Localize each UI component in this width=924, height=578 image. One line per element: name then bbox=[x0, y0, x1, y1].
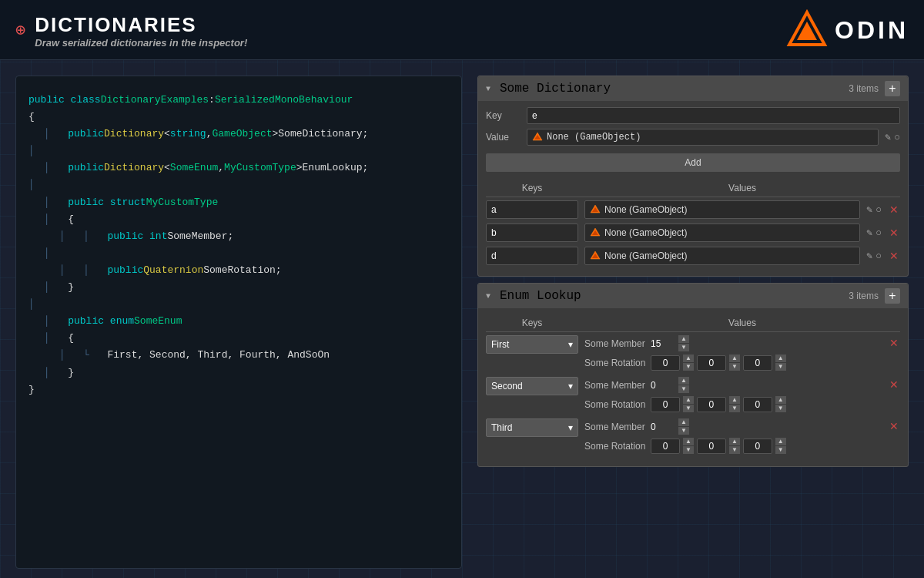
header-left: ⊕ DICTIONARIES Draw serialized dictionar… bbox=[15, 13, 247, 49]
code-line-10: │ bbox=[28, 245, 449, 262]
circle-icon[interactable]: ○ bbox=[894, 132, 900, 143]
page-subtitle: Draw serialized dictionaries in the insp… bbox=[35, 37, 247, 49]
enum-values-third: Some Member 0 ▲ ▼ Some Rotation bbox=[584, 418, 882, 454]
first-member-up[interactable]: ▲ bbox=[678, 335, 689, 343]
second-member-up[interactable]: ▲ bbox=[678, 377, 689, 385]
code-line-13: │ bbox=[28, 296, 449, 313]
code-line-9: │ │ public int SomeMember; bbox=[28, 228, 449, 245]
header: ⊕ DICTIONARIES Draw serialized dictionar… bbox=[0, 0, 924, 60]
pencil-icon-b[interactable]: ✎ bbox=[866, 227, 872, 239]
enum-values-second: Some Member 0 ▲ ▼ Some Rotation bbox=[584, 377, 882, 412]
first-rotz-up[interactable]: ▲ bbox=[775, 355, 786, 362]
delete-a-button[interactable]: ✕ bbox=[888, 202, 900, 217]
value-gameobject-field: None (GameObject) bbox=[527, 129, 879, 146]
second-rot-y[interactable] bbox=[697, 397, 726, 412]
second-rotz-up[interactable]: ▲ bbox=[775, 396, 786, 404]
third-roty-down[interactable]: ▼ bbox=[729, 446, 740, 454]
key-a-input[interactable] bbox=[486, 200, 578, 219]
second-rotz-down[interactable]: ▼ bbox=[775, 405, 786, 412]
code-line-3: │ public Dictionary<string, GameObject> … bbox=[28, 126, 449, 143]
main-content: public class DictionaryExamples : Serial… bbox=[0, 60, 924, 578]
third-dropdown[interactable]: Third ▾ bbox=[486, 418, 578, 437]
circle-icon-b[interactable]: ○ bbox=[875, 227, 882, 239]
delete-second-button[interactable]: ✕ bbox=[888, 377, 900, 392]
third-rot-y[interactable] bbox=[697, 439, 726, 454]
third-rot-z[interactable] bbox=[743, 439, 772, 454]
second-member-stepper[interactable]: ▲ ▼ bbox=[678, 377, 689, 393]
some-dictionary-body: Key Value None (GameObject) ✎ bbox=[478, 101, 908, 276]
key-input[interactable] bbox=[527, 107, 900, 124]
first-some-member-value: 15 bbox=[651, 338, 674, 349]
dict-icon: ⊕ bbox=[15, 20, 25, 41]
third-member-down[interactable]: ▼ bbox=[678, 427, 689, 435]
second-rot-z[interactable] bbox=[743, 397, 772, 412]
third-rotz-down[interactable]: ▼ bbox=[775, 446, 786, 454]
code-panel: public class DictionaryExamples : Serial… bbox=[15, 76, 462, 569]
unity-icon-a bbox=[590, 204, 601, 215]
third-rot-x[interactable] bbox=[651, 439, 680, 454]
second-dropdown[interactable]: Second ▾ bbox=[486, 377, 578, 395]
pencil-icon[interactable]: ✎ bbox=[885, 131, 891, 143]
first-rotx-up[interactable]: ▲ bbox=[683, 355, 694, 362]
some-dictionary-add-button[interactable]: + bbox=[885, 81, 900, 96]
delete-first-button[interactable]: ✕ bbox=[888, 335, 900, 351]
third-member-stepper[interactable]: ▲ ▼ bbox=[678, 418, 689, 435]
base-class: SerializedMonoBehaviour bbox=[215, 92, 353, 109]
delete-b-button[interactable]: ✕ bbox=[888, 225, 900, 240]
third-rotx-down[interactable]: ▼ bbox=[683, 446, 694, 454]
code-line-1: public class DictionaryExamples : Serial… bbox=[28, 92, 449, 109]
first-dropdown-label: First bbox=[491, 339, 509, 350]
second-rotx-down[interactable]: ▼ bbox=[683, 405, 694, 412]
circle-icon-a[interactable]: ○ bbox=[875, 204, 882, 216]
enum-lookup-add-button[interactable]: + bbox=[885, 288, 900, 304]
first-member-down[interactable]: ▼ bbox=[678, 344, 689, 351]
second-roty-down[interactable]: ▼ bbox=[729, 405, 740, 412]
first-member-stepper[interactable]: ▲ ▼ bbox=[678, 335, 689, 351]
first-roty-up[interactable]: ▲ bbox=[729, 355, 740, 362]
enum-key-second: Second ▾ bbox=[486, 377, 578, 395]
code-line-17: │ } bbox=[28, 365, 449, 381]
value-gameobject-text: None (GameObject) bbox=[547, 132, 641, 143]
enum-row-second: Second ▾ Some Member 0 ▲ ▼ bbox=[486, 377, 900, 412]
first-rotz-down[interactable]: ▼ bbox=[775, 363, 786, 371]
third-rotation-row: Some Rotation ▲ ▼ ▲ ▼ bbox=[584, 438, 882, 454]
enum-keys-header: Keys bbox=[486, 318, 578, 328]
enum-row-third: Third ▾ Some Member 0 ▲ ▼ bbox=[486, 418, 900, 454]
first-roty-down[interactable]: ▼ bbox=[729, 363, 740, 371]
enum-expand-icon[interactable]: ▼ bbox=[486, 292, 490, 301]
third-roty-up[interactable]: ▲ bbox=[729, 438, 740, 445]
third-member-up[interactable]: ▲ bbox=[678, 418, 689, 426]
delete-d-button[interactable]: ✕ bbox=[888, 248, 900, 264]
first-rot-x[interactable] bbox=[651, 355, 680, 371]
value-b-cell: None (GameObject) bbox=[584, 223, 860, 242]
pencil-icon-a[interactable]: ✎ bbox=[866, 203, 872, 216]
first-rot-z[interactable] bbox=[743, 355, 772, 371]
code-line-14: │ public enum SomeEnum bbox=[28, 313, 449, 330]
pencil-icon-d[interactable]: ✎ bbox=[866, 250, 872, 262]
delete-third-button[interactable]: ✕ bbox=[888, 418, 900, 434]
inspector-panel[interactable]: ▼ Some Dictionary 3 items + Key Value bbox=[477, 76, 909, 569]
key-b-input[interactable] bbox=[486, 223, 578, 242]
enum-header-right: 3 items + bbox=[849, 288, 900, 304]
code-line-18: } bbox=[28, 381, 449, 398]
first-dropdown[interactable]: First ▾ bbox=[486, 335, 578, 354]
key-d-input[interactable] bbox=[486, 247, 578, 265]
second-rotx-up[interactable]: ▲ bbox=[683, 396, 694, 404]
some-dict-table-headers: Keys Values bbox=[486, 180, 900, 197]
second-member-down[interactable]: ▼ bbox=[678, 385, 689, 393]
third-rotx-up[interactable]: ▲ bbox=[683, 438, 694, 445]
second-rot-x[interactable] bbox=[651, 397, 680, 412]
circle-icon-d[interactable]: ○ bbox=[875, 250, 882, 262]
first-rot-y[interactable] bbox=[697, 355, 726, 371]
third-rotz-up[interactable]: ▲ bbox=[775, 438, 786, 445]
dict-header-left: ▼ Some Dictionary bbox=[486, 82, 611, 96]
second-dropdown-label: Second bbox=[491, 381, 523, 391]
second-roty-up[interactable]: ▲ bbox=[729, 396, 740, 404]
code-line-8: │ { bbox=[28, 211, 449, 228]
code-line-6: │ bbox=[28, 176, 449, 193]
expand-icon[interactable]: ▼ bbox=[486, 85, 490, 93]
add-button[interactable]: Add bbox=[486, 153, 900, 172]
third-member-row: Some Member 0 ▲ ▼ bbox=[584, 418, 882, 435]
third-some-member-value: 0 bbox=[651, 422, 674, 432]
first-rotx-down[interactable]: ▼ bbox=[683, 363, 694, 371]
